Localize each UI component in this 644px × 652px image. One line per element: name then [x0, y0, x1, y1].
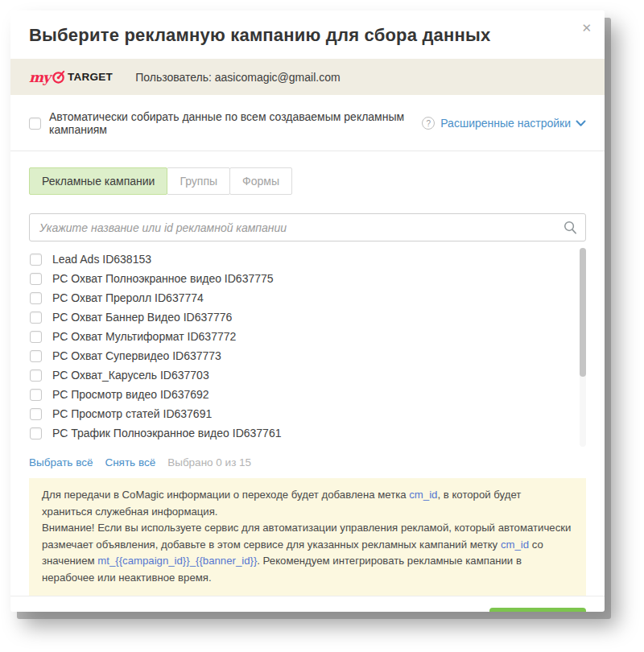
auto-collect-row: Автоматически собирать данные по всем со… — [10, 95, 605, 151]
campaign-label: Lead Ads ID638153 — [52, 253, 151, 266]
campaign-label: РС Просмотр статей ID637691 — [52, 407, 212, 420]
campaign-checkbox[interactable] — [30, 350, 42, 362]
mytarget-logo: my TARGET — [29, 69, 113, 85]
tab-campaigns[interactable]: Рекламные кампании — [29, 167, 167, 195]
notice-paragraph-2: Внимание! Если вы используете сервис для… — [42, 520, 573, 586]
list-item[interactable]: РС Трафик Преролл ID637751 — [29, 443, 586, 447]
dialog-title: Выберите рекламную кампанию для сбора да… — [29, 25, 586, 46]
search-input[interactable] — [29, 213, 586, 241]
campaign-select-dialog: Выберите рекламную кампанию для сбора да… — [10, 10, 605, 612]
tab-forms[interactable]: Формы — [229, 167, 292, 195]
list-item[interactable]: РС Трафик Полноэкранное видео ID637761 — [29, 423, 586, 443]
notice-text: Внимание! Если вы используете сервис для… — [42, 522, 571, 551]
cm-id-token: cm_id — [501, 539, 529, 551]
campaign-label: РС Охват Преролл ID637774 — [52, 291, 204, 304]
campaign-label: РС Охват Мультиформат ID637772 — [52, 330, 236, 343]
campaign-checkbox[interactable] — [30, 447, 42, 448]
target-bullseye-icon — [51, 69, 66, 85]
search-icon[interactable] — [563, 220, 578, 238]
save-button[interactable]: Сохранить — [489, 608, 586, 612]
campaign-checkbox[interactable] — [30, 254, 42, 266]
campaign-checkbox[interactable] — [30, 273, 42, 285]
list-item[interactable]: РС Охват Преролл ID637774 — [29, 288, 586, 307]
close-icon[interactable]: ✕ — [578, 19, 595, 37]
macro-token: mt_{{campaign_id}}_{{banner_id}} — [97, 555, 257, 567]
user-bar: my TARGET Пользователь: aasicomagic@gmai… — [10, 59, 605, 95]
campaign-label: РС Трафик Полноэкранное видео ID637761 — [52, 427, 281, 439]
dialog-header: Выберите рекламную кампанию для сбора да… — [10, 10, 605, 59]
campaign-checkbox[interactable] — [30, 389, 42, 401]
info-notice: Для передачи в CoMagic информации о пере… — [29, 478, 586, 596]
scrollbar-thumb[interactable] — [580, 248, 586, 377]
notice-paragraph-1: Для передачи в CoMagic информации о пере… — [42, 487, 573, 520]
list-item[interactable]: РС Охват Мультиформат ID637772 — [29, 327, 586, 346]
list-item[interactable]: РС Охват Полноэкранное видео ID637775 — [29, 269, 586, 288]
tabs-bar: Рекламные кампании Группы Формы — [10, 151, 605, 195]
campaign-list-inner: Lead Ads ID638153 РС Охват Полноэкранное… — [29, 248, 586, 447]
list-item[interactable]: РС Охват Супервидео ID637773 — [29, 346, 586, 365]
chevron-down-icon[interactable] — [576, 120, 586, 127]
list-item[interactable]: Lead Ads ID638153 — [29, 250, 586, 269]
campaign-label: РС Просмотр видео ID637692 — [52, 388, 209, 401]
list-item[interactable]: РС Охват Баннер Видео ID637776 — [29, 307, 586, 327]
selection-controls: Выбрать всё Снять всё Выбрано 0 из 15 — [10, 447, 605, 468]
campaign-checkbox[interactable] — [30, 292, 42, 304]
select-all-link[interactable]: Выбрать всё — [29, 456, 93, 468]
campaign-search — [29, 213, 586, 241]
list-item[interactable]: РС Просмотр статей ID637691 — [29, 404, 586, 423]
dialog-footer: Сохранить — [10, 596, 605, 612]
deselect-all-link[interactable]: Снять всё — [105, 456, 155, 468]
campaign-label: РС Охват Супервидео ID637773 — [52, 349, 221, 362]
auto-collect-checkbox[interactable] — [29, 118, 41, 130]
tab-groups[interactable]: Группы — [167, 167, 230, 195]
campaign-label: РС Охват_Карусель ID637703 — [52, 369, 209, 382]
campaign-label: РС Охват Баннер Видео ID637776 — [52, 311, 232, 324]
campaign-checkbox[interactable] — [30, 369, 42, 382]
auto-collect-label: Автоматически собирать данные по всем со… — [49, 110, 417, 136]
list-item[interactable]: РС Просмотр видео ID637692 — [29, 385, 586, 404]
selected-count-label: Выбрано 0 из 15 — [167, 456, 251, 468]
cm-id-token: cm_id — [409, 489, 437, 501]
campaign-label: РС Охват Полноэкранное видео ID637775 — [52, 272, 274, 285]
campaign-label: РС Трафик Преролл ID637751 — [52, 446, 212, 447]
campaign-checkbox[interactable] — [30, 312, 42, 324]
campaign-checkbox[interactable] — [30, 408, 42, 420]
list-item[interactable]: РС Охват_Карусель ID637703 — [29, 365, 586, 385]
notice-text: Для передачи в CoMagic информации о пере… — [42, 489, 409, 501]
logo-my-text: my — [29, 69, 50, 85]
logo-target-text: TARGET — [68, 71, 113, 83]
campaign-checkbox[interactable] — [30, 331, 42, 343]
advanced-settings-link[interactable]: Расширенные настройки — [440, 117, 571, 130]
campaign-list: Lead Ads ID638153 РС Охват Полноэкранное… — [29, 248, 586, 447]
campaign-checkbox[interactable] — [30, 427, 42, 439]
help-question-icon[interactable]: ? — [422, 117, 435, 130]
user-email-label: Пользователь: aasicomagic@gmail.com — [135, 71, 340, 84]
